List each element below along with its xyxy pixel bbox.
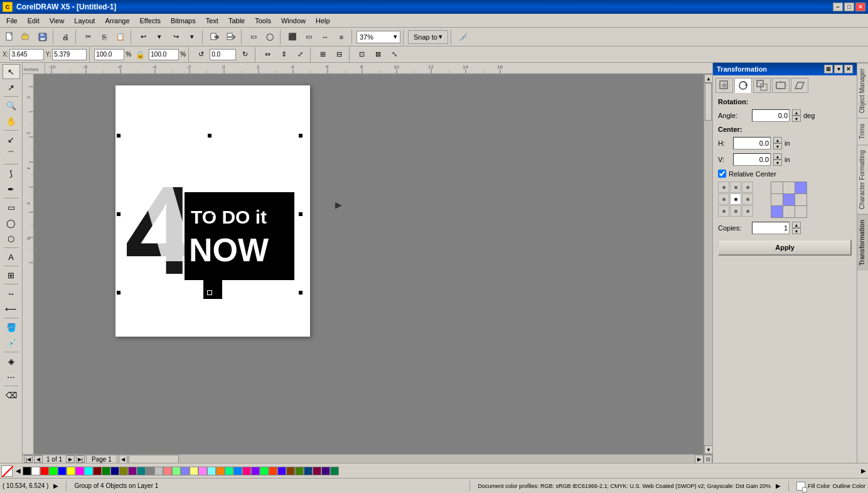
- tool-selector[interactable]: ↖: [3, 64, 20, 79]
- h-spin-down[interactable]: ▼: [773, 143, 782, 149]
- trans-tab-size[interactable]: [772, 78, 790, 93]
- gcell-tr[interactable]: [742, 181, 753, 193]
- copy-button[interactable]: ⎘: [97, 30, 112, 45]
- redo-dropdown[interactable]: ▾: [185, 30, 200, 45]
- lock-proportions-button[interactable]: 🔒: [132, 47, 147, 62]
- gcell-tc[interactable]: [730, 181, 741, 193]
- color-lightred[interactable]: [163, 467, 172, 475]
- color-lightcyan[interactable]: [207, 467, 216, 475]
- gcell-br[interactable]: [742, 205, 753, 217]
- color-spring[interactable]: [225, 467, 233, 475]
- color-white[interactable]: [31, 467, 40, 475]
- ellipse-tool-tb[interactable]: ◯: [262, 30, 277, 45]
- gcell-tl[interactable]: [718, 181, 729, 193]
- zoom-dropdown-icon[interactable]: ▾: [394, 33, 397, 41]
- node-group-button[interactable]: ⊞: [315, 47, 330, 62]
- menu-view[interactable]: View: [45, 16, 70, 26]
- color-azure[interactable]: [233, 467, 242, 475]
- tool-table[interactable]: ⊞: [3, 268, 20, 283]
- panel-menu-button[interactable]: ▾: [834, 65, 843, 73]
- profile-more-icon[interactable]: ▶: [776, 482, 781, 489]
- cut-button[interactable]: ✂: [80, 30, 95, 45]
- color-red[interactable]: [40, 467, 49, 475]
- gcell-mr[interactable]: [742, 193, 753, 205]
- tool-freehand[interactable]: ↗: [3, 80, 20, 95]
- trans-tab-skew[interactable]: [791, 78, 808, 93]
- v-spin-up[interactable]: ▲: [773, 153, 782, 160]
- angle-input[interactable]: [210, 49, 236, 60]
- color-c29[interactable]: [269, 467, 277, 475]
- tool-hand[interactable]: ✋: [3, 114, 20, 129]
- envelope2-button[interactable]: ⊠: [370, 47, 385, 62]
- gcell-mc[interactable]: [730, 193, 741, 205]
- color-c28[interactable]: [260, 467, 269, 475]
- color-navy[interactable]: [110, 467, 119, 475]
- minimize-button[interactable]: −: [833, 3, 843, 11]
- tool-outline[interactable]: ◈: [3, 354, 20, 369]
- v-scroll-down[interactable]: ▼: [704, 445, 712, 454]
- menu-bitmaps[interactable]: Bitmaps: [166, 16, 201, 26]
- page-first-button[interactable]: |◀: [24, 455, 33, 463]
- copies-spin-up[interactable]: ▲: [792, 222, 801, 228]
- x-input[interactable]: [9, 49, 44, 60]
- tool-bezier[interactable]: ⌒: [3, 148, 20, 163]
- color-lightgreen[interactable]: [172, 467, 181, 475]
- undo-dropdown[interactable]: ▾: [152, 30, 167, 45]
- color-magenta[interactable]: [75, 467, 84, 475]
- apply-button[interactable]: Apply: [718, 239, 852, 256]
- page-prev-button[interactable]: ◀: [34, 455, 43, 463]
- tool-freehand2[interactable]: ↙: [3, 132, 20, 147]
- h-scroll-track[interactable]: [127, 455, 695, 463]
- side-tab-trims[interactable]: Trims: [857, 118, 868, 144]
- gcell-bl[interactable]: [718, 205, 729, 217]
- relative-center-checkbox[interactable]: [718, 170, 726, 178]
- panel-close-button[interactable]: ✕: [844, 65, 853, 73]
- envelope-button[interactable]: ⊡: [354, 47, 369, 62]
- transform-tool-tb[interactable]: ↔: [318, 30, 333, 45]
- mirror-v-button[interactable]: ⇕: [276, 47, 291, 62]
- trans-tab-rotation[interactable]: [734, 78, 752, 93]
- sel-handle-bl[interactable]: [116, 290, 121, 295]
- height-input[interactable]: [149, 49, 179, 60]
- color-gray[interactable]: [146, 467, 154, 475]
- no-color-button[interactable]: [1, 465, 13, 477]
- menu-file[interactable]: File: [1, 16, 23, 26]
- free-transform-button[interactable]: ⤢: [292, 47, 308, 62]
- to-curves-button[interactable]: ⤡: [387, 47, 402, 62]
- menu-arrange[interactable]: Arrange: [100, 16, 134, 26]
- tool-fill[interactable]: 🪣: [3, 320, 20, 335]
- open-button[interactable]: [19, 30, 34, 45]
- redo-button[interactable]: ↪: [168, 30, 183, 45]
- y-input[interactable]: [52, 49, 87, 60]
- color-c35[interactable]: [321, 467, 330, 475]
- gcell-bc[interactable]: [730, 205, 741, 217]
- tool-pen[interactable]: ✒: [3, 181, 20, 197]
- v-scroll-thumb[interactable]: [705, 83, 712, 121]
- color-c31[interactable]: [286, 467, 295, 475]
- color-yellow[interactable]: [67, 467, 75, 475]
- color-rose[interactable]: [242, 467, 251, 475]
- tool-ellipse[interactable]: ◯: [3, 215, 20, 230]
- v-scroll-track[interactable]: [704, 83, 712, 445]
- panel-pin-button[interactable]: ⊞: [824, 65, 833, 73]
- save-button[interactable]: [35, 30, 50, 45]
- tool-dimension[interactable]: ↔: [3, 286, 20, 301]
- h-value-input[interactable]: [733, 137, 771, 149]
- v-value-input[interactable]: [733, 153, 771, 166]
- menu-edit[interactable]: Edit: [23, 16, 45, 26]
- import-button[interactable]: [207, 30, 222, 45]
- menu-help[interactable]: Help: [311, 16, 335, 26]
- menu-text[interactable]: Text: [201, 16, 223, 26]
- color-green[interactable]: [102, 467, 110, 475]
- h-spin-up[interactable]: ▲: [773, 137, 782, 143]
- sel-handle-tr[interactable]: [298, 133, 303, 138]
- mirror-h-button[interactable]: ⇔: [260, 47, 275, 62]
- color-teal[interactable]: [137, 467, 146, 475]
- rotate-right-button[interactable]: ↻: [237, 47, 252, 62]
- trans-tab-scale[interactable]: [753, 78, 771, 93]
- palette-scroll-right[interactable]: ▶: [859, 467, 868, 475]
- align-tool-tb[interactable]: ≡: [334, 30, 349, 45]
- sel-handle-tc[interactable]: [207, 133, 212, 138]
- color-lime[interactable]: [49, 467, 58, 475]
- zoom-fit-button[interactable]: ⊡: [704, 455, 712, 463]
